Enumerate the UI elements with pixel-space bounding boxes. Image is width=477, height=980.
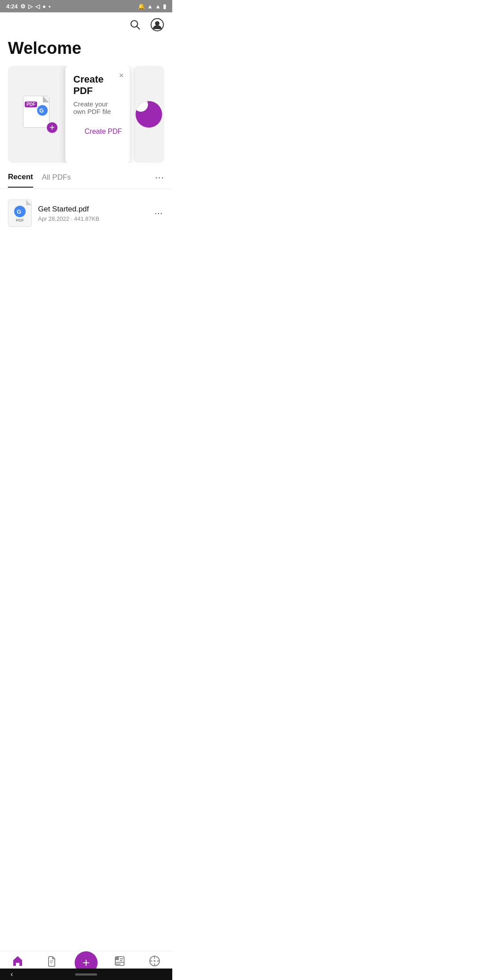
- pdf-plus-icon: +: [46, 121, 58, 134]
- svg-line-1: [137, 26, 140, 30]
- welcome-title: Welcome: [0, 35, 172, 66]
- file-extension: PDF: [16, 218, 24, 222]
- tab-recent[interactable]: Recent: [8, 173, 33, 188]
- pdf-create-icon: PDF G +: [23, 96, 55, 133]
- tabs-more-button[interactable]: ···: [155, 172, 164, 188]
- profile-button[interactable]: [150, 18, 164, 32]
- file-list: G PDF Get Started.pdf Apr 28,2022 · 441.…: [0, 189, 172, 237]
- battery-icon: ▮: [163, 3, 166, 10]
- svg-point-3: [155, 21, 159, 26]
- arc-icon: [136, 101, 162, 128]
- status-bar: 4:24 ⚙ ▷ ◁ ● • 🔔 ▲ ▲ ▮: [0, 0, 172, 12]
- file-meta: Get Started.pdf Apr 28,2022 · 441.87KB: [38, 205, 147, 222]
- header: [0, 12, 172, 35]
- signal-icon: ▲: [155, 3, 161, 10]
- create-pdf-tooltip: × Create PDF Create your own PDF file Cr…: [65, 66, 130, 163]
- create-pdf-action[interactable]: Create PDF: [73, 128, 122, 136]
- dot-icon: •: [49, 3, 51, 10]
- svg-text:G: G: [39, 107, 44, 114]
- wifi-icon: ▲: [147, 3, 153, 10]
- file-info: Apr 28,2022 · 441.87KB: [38, 215, 147, 222]
- file-name: Get Started.pdf: [38, 205, 147, 214]
- time: 4:24: [6, 3, 18, 10]
- whatsapp-icon: ●: [42, 3, 46, 10]
- file-icon: G PDF: [8, 200, 32, 227]
- tooltip-description: Create your own PDF file: [73, 100, 122, 115]
- search-button[interactable]: [128, 18, 142, 32]
- tooltip-title: Create PDF: [73, 74, 122, 97]
- location-icon: ▷: [28, 3, 33, 10]
- pdf-label: PDF: [25, 102, 37, 107]
- svg-text:G: G: [17, 208, 21, 215]
- send-icon: ◁: [35, 3, 40, 10]
- tab-all-pdfs[interactable]: All PDFs: [42, 173, 71, 187]
- file-more-button[interactable]: ···: [153, 206, 164, 221]
- tooltip-close-button[interactable]: ×: [119, 71, 124, 80]
- right-card[interactable]: [133, 66, 164, 163]
- card-carousel: PDF G + × Create PDF Create your own PDF…: [0, 66, 172, 163]
- create-pdf-card[interactable]: PDF G +: [8, 66, 70, 163]
- table-row[interactable]: G PDF Get Started.pdf Apr 28,2022 · 441.…: [8, 195, 164, 231]
- mute-icon: 🔔: [138, 3, 145, 10]
- tabs: Recent All PDFs ···: [0, 163, 172, 189]
- settings-icon: ⚙: [20, 3, 26, 10]
